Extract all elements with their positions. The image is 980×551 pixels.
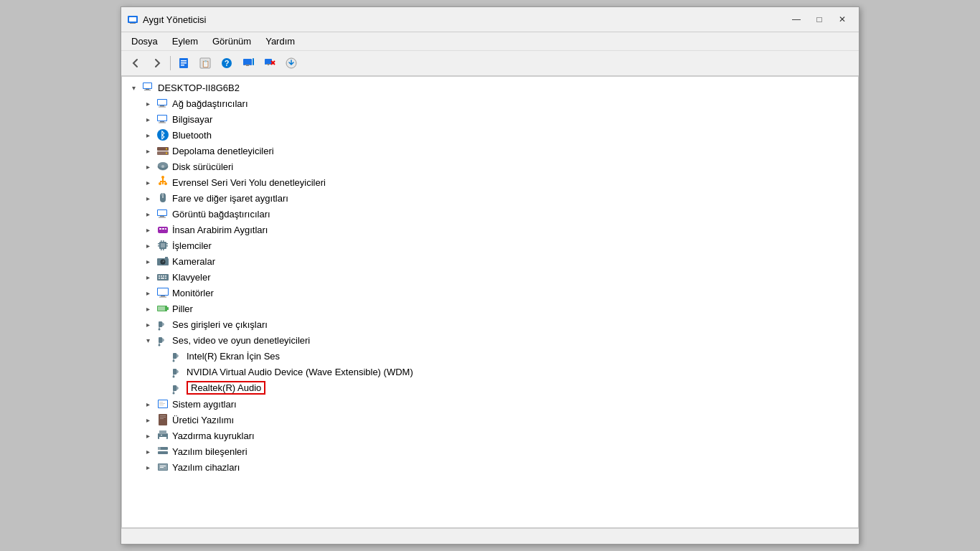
device-tree-panel[interactable]: DESKTOP-II8G6B2 Ağ bağdaştırıcıları [121, 76, 859, 528]
svg-rect-78 [159, 278, 160, 279]
svg-rect-75 [161, 276, 162, 277]
bluetooth-label: Bluetooth [172, 130, 212, 141]
back-button[interactable] [126, 54, 146, 72]
menu-gorunum[interactable]: Görünüm [205, 34, 258, 49]
audio-video-expand-icon[interactable] [142, 334, 154, 346]
intel-audio-node[interactable]: Intel(R) Ekran İçin Ses [122, 348, 858, 364]
software-components-node[interactable]: Yazılım bileşenleri [122, 443, 858, 459]
print-label: Yazdırma kuyrukları [172, 430, 255, 441]
svg-rect-94 [173, 353, 176, 359]
svg-rect-52 [160, 216, 164, 217]
batteries-expand-icon[interactable] [142, 303, 154, 314]
sw-components-icon [156, 445, 169, 458]
monitors-node[interactable]: Monitörler [122, 285, 858, 301]
storage-expand-icon[interactable] [142, 145, 154, 156]
svg-rect-64 [161, 240, 162, 242]
svg-rect-34 [159, 123, 166, 123]
svg-rect-1 [129, 17, 136, 22]
firmware-label: Üretici Yazılımı [172, 415, 234, 425]
software-devices-node[interactable]: Yazılım cihazları [122, 459, 858, 475]
hid-node[interactable]: İnsan Arabirim Aygıtları [122, 222, 858, 237]
audio-video-label: Ses, video ve oyun denetleyicileri [172, 335, 310, 346]
menu-dosya[interactable]: Dosya [124, 34, 165, 49]
sw-devices-label: Yazılım cihazları [172, 462, 240, 473]
svg-text:ᛒ: ᛒ [160, 130, 166, 141]
sw-devices-expand-icon[interactable] [142, 461, 154, 473]
mouse-node[interactable]: Fare ve diğer işaret aygıtları [122, 190, 858, 206]
properties-button[interactable] [174, 54, 194, 72]
storage-icon [156, 144, 169, 157]
computer-expand-icon[interactable] [142, 113, 154, 125]
svg-rect-24 [143, 83, 151, 88]
disk-expand-icon[interactable] [142, 161, 154, 172]
svg-rect-67 [163, 249, 164, 250]
audio-io-expand-icon[interactable] [142, 319, 154, 330]
svg-rect-18 [266, 64, 270, 65]
bluetooth-expand-icon[interactable] [142, 129, 154, 141]
svg-rect-109 [160, 415, 166, 416]
mouse-expand-icon[interactable] [142, 192, 154, 204]
realtek-audio-node[interactable]: Realtek(R) Audio [122, 380, 858, 396]
close-button[interactable]: ✕ [831, 11, 853, 27]
usb-controllers-node[interactable]: Evrensel Seri Veri Yolu denetleyicileri [122, 174, 858, 190]
svg-rect-49 [161, 194, 163, 196]
audio-io-node[interactable]: Ses girişleri ve çıkışları [122, 316, 858, 332]
svg-rect-63 [166, 245, 168, 247]
firmware-expand-icon[interactable] [142, 414, 154, 425]
network-adapters-node[interactable]: Ağ bağdaştırıcıları [122, 95, 858, 111]
realtek-expand-icon [156, 382, 168, 394]
firmware-node[interactable]: Üretici Yazılımı [122, 412, 858, 428]
batteries-node[interactable]: Piller [122, 301, 858, 316]
svg-rect-122 [160, 467, 164, 468]
scan-changes-button[interactable] [238, 54, 258, 72]
nvidia-audio-node[interactable]: NVIDIA Virtual Audio Device (Wave Extens… [122, 364, 858, 380]
menu-eylem[interactable]: Eylem [165, 34, 205, 49]
status-bar [121, 528, 859, 544]
print-queues-node[interactable]: Yazdırma kuyrukları [122, 428, 858, 443]
system-expand-icon[interactable] [142, 398, 154, 410]
sw-components-expand-icon[interactable] [142, 446, 154, 457]
window-title: Aygıt Yöneticisi [143, 14, 786, 25]
system-label: Sistem aygıtları [172, 399, 237, 410]
forward-button[interactable] [147, 54, 167, 72]
help-button[interactable]: ? [217, 54, 237, 72]
processors-expand-icon[interactable] [142, 240, 154, 251]
cameras-expand-icon[interactable] [142, 255, 154, 267]
intel-audio-icon [171, 349, 184, 362]
menu-yardim[interactable]: Yardım [258, 34, 302, 49]
monitors-expand-icon[interactable] [142, 287, 154, 298]
nvidia-audio-expand-icon [156, 366, 168, 377]
svg-rect-118 [158, 447, 161, 450]
bluetooth-node[interactable]: ᛒ Bluetooth [122, 127, 858, 143]
network-expand-icon[interactable] [142, 98, 154, 109]
usb-expand-icon[interactable] [142, 176, 154, 188]
system-devices-node[interactable]: Sistem aygıtları [122, 396, 858, 412]
root-node[interactable]: DESKTOP-II8G6B2 [122, 80, 858, 95]
processors-node[interactable]: İşlemciler [122, 237, 858, 253]
cameras-node[interactable]: Kameralar [122, 253, 858, 269]
svg-rect-60 [158, 243, 159, 245]
svg-rect-16 [253, 58, 254, 65]
storage-controllers-node[interactable]: Depolama denetleyicileri [122, 143, 858, 159]
computer-node[interactable]: Bilgisayar [122, 111, 858, 127]
download-button[interactable] [281, 54, 301, 72]
svg-rect-93 [159, 343, 160, 345]
svg-rect-115 [161, 435, 162, 435]
svg-rect-14 [245, 65, 250, 65]
audio-video-controllers-node[interactable]: Ses, video ve oyun denetleyicileri [122, 332, 858, 348]
display-adapters-node[interactable]: Görüntü bağdaştırıcıları [122, 206, 858, 222]
remove-device-button[interactable] [260, 54, 280, 72]
root-expand-icon[interactable] [128, 82, 139, 93]
hid-expand-icon[interactable] [142, 224, 154, 235]
maximize-button[interactable]: □ [809, 11, 830, 27]
minimize-button[interactable]: — [786, 11, 807, 27]
print-expand-icon[interactable] [142, 430, 154, 441]
svg-rect-99 [174, 375, 174, 377]
disk-drives-node[interactable]: Disk sürücüleri [122, 159, 858, 174]
update-driver-button[interactable]: 📋 [195, 54, 215, 72]
keyboards-node[interactable]: Klavyeler [122, 269, 858, 285]
svg-rect-121 [160, 466, 166, 466]
keyboards-expand-icon[interactable] [142, 271, 154, 283]
display-expand-icon[interactable] [142, 208, 154, 220]
audio-io-label: Ses girişleri ve çıkışları [172, 319, 268, 330]
